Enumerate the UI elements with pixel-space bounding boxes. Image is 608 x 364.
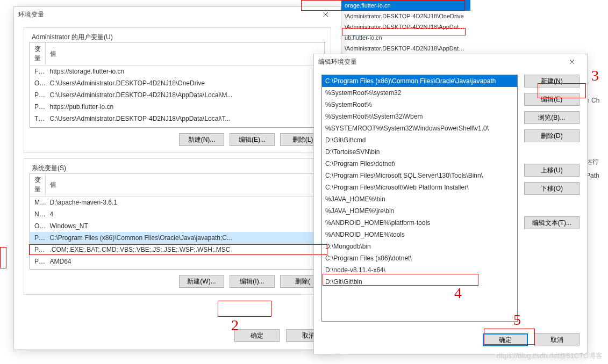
- bg-text-c: Path: [586, 172, 599, 179]
- edit-cancel-button[interactable]: 取消: [534, 333, 580, 346]
- path-list-item[interactable]: D:\Mongodb\bin: [322, 241, 517, 252]
- bg-list-item[interactable]: ub.flutter-io.cn: [341, 32, 470, 43]
- path-new-button[interactable]: 新建(N): [524, 75, 580, 88]
- path-list-item[interactable]: %SystemRoot%\system32: [322, 87, 517, 99]
- path-list-item[interactable]: C:\Program Files\dotnet\: [322, 158, 517, 170]
- col-var[interactable]: 变量: [30, 173, 46, 196]
- env-title: 环境变量: [18, 10, 44, 19]
- table-row[interactable]: PROCESSOR_ARCHITECT...AMD64: [30, 256, 325, 267]
- path-edittext-button[interactable]: 编辑文本(T)...: [524, 216, 580, 229]
- edit-ok-button[interactable]: 确定: [483, 333, 528, 346]
- path-list-item[interactable]: C:\Program Files (x86)\Common Files\Orac…: [322, 75, 517, 87]
- env-close-button[interactable]: [315, 7, 337, 22]
- table-row[interactable]: TMPC:\Users\Administrator.DESKTOP-4D2NJ1…: [30, 125, 325, 128]
- table-row[interactable]: PUB_HOSTED_URLhttps://pub.flutter-io.cn: [30, 101, 325, 113]
- table-row[interactable]: PATHEXT.COM;.EXE;.BAT;.CMD;.VBS;.VBE;.JS…: [30, 244, 325, 256]
- user-vars-group: Administrator 的用户变量(U) 变量值 FLUTTER_STORA…: [24, 27, 331, 153]
- env-ok-button[interactable]: 确定: [234, 329, 280, 342]
- close-icon: [323, 12, 328, 17]
- user-new-button[interactable]: 新建(N)...: [179, 133, 224, 146]
- close-icon: [569, 59, 575, 64]
- user-edit-button[interactable]: 编辑(E)...: [230, 133, 275, 146]
- user-vars-table-wrap[interactable]: 变量值 FLUTTER_STORAGE_BASE_...https://stor…: [30, 42, 325, 128]
- bg-list-item[interactable]: \Administrator.DESKTOP-4D2NJ18\AppData\L…: [341, 21, 470, 32]
- env-vars-dialog: 环境变量 Administrator 的用户变量(U) 变量值 FLUTTER_…: [13, 6, 341, 350]
- path-list-item[interactable]: C:\Program Files (x86)\dotnet\: [322, 252, 517, 264]
- path-list-item[interactable]: D:\TortoiseSVN\bin: [322, 146, 517, 158]
- table-row[interactable]: OneDriveC:\Users\Administrator.DESKTOP-4…: [30, 77, 325, 89]
- sys-vars-label: 系统变量(S): [30, 164, 68, 173]
- bg-list-item[interactable]: \Administrator.DESKTOP-4D2NJ18\AppData\L…: [341, 43, 470, 54]
- path-list-item[interactable]: %SystemRoot%: [322, 99, 517, 111]
- col-var[interactable]: 变量: [30, 42, 46, 65]
- path-list-item[interactable]: %ANDROID_HOME%\tools: [322, 229, 517, 241]
- table-row[interactable]: PathC:\Users\Administrator.DESKTOP-4D2NJ…: [30, 89, 325, 101]
- path-delete-button[interactable]: 删除(D): [524, 129, 580, 142]
- path-edit-button[interactable]: 编辑(E): [524, 93, 580, 106]
- col-val[interactable]: 值: [46, 173, 325, 196]
- sys-vars-table: 变量值 MAVEN_HOMED:\apache-maven-3.6.1NUMBE…: [30, 173, 325, 270]
- path-browse-button[interactable]: 浏览(B)...: [524, 111, 580, 124]
- bg-list-item[interactable]: orage.flutter-io.cn: [341, 0, 470, 11]
- bg-text-b: 运行: [586, 157, 599, 166]
- edit-title: 编辑环境变量: [318, 57, 357, 67]
- table-row[interactable]: MAVEN_HOMED:\apache-maven-3.6.1: [30, 196, 325, 209]
- path-list-item[interactable]: %JAVA_HOME%\jre\bin: [322, 205, 517, 217]
- table-row[interactable]: PROCESSOR_IDENTIFIERIntel64 Family 6 Mod…: [30, 267, 325, 270]
- path-list-item[interactable]: %SYSTEMROOT%\System32\WindowsPowerShell\…: [322, 122, 517, 134]
- bg-list-item[interactable]: \Administrator.DESKTOP-4D2NJ18\OneDrive: [341, 11, 470, 21]
- path-list-item[interactable]: %ANDROID_HOME%\platform-tools: [322, 217, 517, 229]
- sys-vars-table-wrap[interactable]: 变量值 MAVEN_HOMED:\apache-maven-3.6.1NUMBE…: [30, 173, 325, 270]
- watermark: https://blog.csdn.net@51CTO博客: [497, 351, 603, 361]
- edit-env-var-dialog: 编辑环境变量 C:\Program Files (x86)\Common Fil…: [313, 54, 588, 354]
- edit-titlebar: 编辑环境变量: [314, 54, 587, 69]
- table-row[interactable]: FLUTTER_STORAGE_BASE_...https://storage.…: [30, 65, 325, 78]
- edit-close-button[interactable]: [561, 54, 583, 69]
- path-list-item[interactable]: D:\Git\Git\cmd: [322, 134, 517, 146]
- table-row[interactable]: PathC:\Program Files (x86)\Common Files\…: [30, 232, 325, 244]
- sys-vars-group: 系统变量(S) 变量值 MAVEN_HOMED:\apache-maven-3.…: [24, 158, 331, 295]
- path-list-item[interactable]: C:\Program Files\Microsoft\Web Platform …: [322, 181, 517, 193]
- table-row[interactable]: TEMPC:\Users\Administrator.DESKTOP-4D2NJ…: [30, 113, 325, 125]
- path-moveup-button[interactable]: 上移(U): [524, 164, 580, 177]
- env-titlebar: 环境变量: [14, 7, 341, 22]
- path-list-item[interactable]: C:\Program Files\Microsoft SQL Server\13…: [322, 170, 517, 181]
- path-movedown-button[interactable]: 下移(O): [524, 182, 580, 195]
- path-list-item[interactable]: D:\Git\Git\bin: [322, 276, 517, 288]
- annot-num-3: 3: [591, 67, 599, 84]
- path-list-item[interactable]: D:\node-v8.11.4-x64\: [322, 264, 517, 276]
- annot-mark-1: [0, 247, 6, 268]
- table-row[interactable]: OSWindows_NT: [30, 220, 325, 232]
- sys-new-button[interactable]: 新建(W)...: [179, 275, 224, 288]
- user-vars-label: Administrator 的用户变量(U): [30, 33, 115, 42]
- path-listbox[interactable]: C:\Program Files (x86)\Common Files\Orac…: [321, 75, 518, 322]
- path-list-item[interactable]: %SystemRoot%\System32\Wbem: [322, 111, 517, 122]
- col-val[interactable]: 值: [46, 42, 325, 65]
- user-vars-table: 变量值 FLUTTER_STORAGE_BASE_...https://stor…: [30, 42, 325, 128]
- path-list-item[interactable]: %JAVA_HOME%\bin: [322, 193, 517, 205]
- table-row[interactable]: NUMBER_OF_PROCESSORS4: [30, 208, 325, 220]
- bg-text-a: n Ch: [586, 97, 599, 104]
- sys-edit-button[interactable]: 编辑(I)...: [230, 275, 275, 288]
